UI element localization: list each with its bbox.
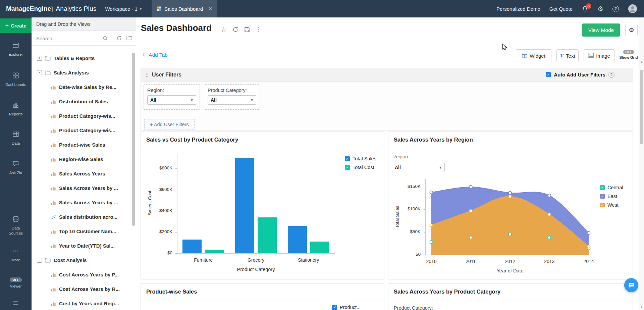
legend-label: Central	[607, 185, 623, 190]
rail-item-reports[interactable]: Reports	[0, 101, 32, 117]
legend-item-west[interactable]: ✓West	[600, 202, 623, 208]
folder-view-icon[interactable]	[126, 36, 132, 40]
collapse-icon[interactable]: -	[37, 70, 42, 75]
tree-report-sales-across-years-by[interactable]: Sales Across Years by ...	[32, 195, 136, 210]
more-options-icon[interactable]: ⋮	[256, 26, 261, 33]
legend-checkbox-total-sales[interactable]: ✓	[345, 156, 350, 161]
search-input[interactable]	[36, 34, 100, 43]
show-grid-state[interactable]: OFF	[623, 50, 634, 54]
tab-label: Sales Dashboard	[164, 6, 203, 12]
legend-checkbox-central[interactable]: ✓	[600, 185, 605, 190]
add-user-filters-button[interactable]: + Add User Filters	[144, 119, 195, 130]
user-filters-help-button[interactable]: ?	[608, 72, 614, 78]
tree-report-distribution-of-sales[interactable]: Distribution of Sales	[32, 94, 136, 109]
auto-add-user-filters-checkbox[interactable]: ✓	[546, 72, 551, 77]
y-tick-label: $0	[400, 252, 421, 257]
refresh-views-icon[interactable]	[116, 36, 122, 41]
workspace-selector[interactable]: Workspace - 1 ▾	[105, 6, 141, 12]
legend-item-east[interactable]: ✓East	[600, 194, 623, 199]
tree-item-label: Product Category-wis...	[59, 127, 115, 133]
create-button[interactable]: + Create	[0, 18, 32, 33]
tree-report-cost-across-years-by-p[interactable]: Cost Across Years by P...	[32, 267, 136, 282]
views-scrollbar-thumb[interactable]	[132, 53, 135, 226]
collapse-menu-button[interactable]	[0, 299, 32, 308]
product-category-filter-select[interactable]: All	[208, 95, 256, 105]
tick-mark	[175, 253, 177, 254]
legend-label: East	[607, 194, 617, 199]
legend-item-total-cost[interactable]: ✓Total Cost	[345, 165, 376, 170]
chart-card-sales-vs-cost: Sales vs Cost by Product Category $0$200…	[141, 132, 384, 279]
main-scrollbar[interactable]: ▲ ▼	[639, 17, 644, 310]
scroll-down-icon[interactable]: ▼	[640, 306, 643, 309]
tree-report-top-10-customer-nam[interactable]: Top 10 Customer Nam...	[32, 224, 136, 239]
tree-report-product-category-wis[interactable]: Product Category-wis...	[32, 123, 136, 138]
expand-icon[interactable]: +	[37, 56, 42, 61]
tree-folder-sales-analysis[interactable]: -Sales Analysis	[32, 65, 136, 80]
rail-item-more[interactable]: More	[0, 247, 32, 263]
text-button[interactable]: T Text	[556, 49, 579, 62]
rail-item-dashboards[interactable]: Dashboards	[0, 72, 32, 87]
tree-report-region-wise-sales[interactable]: Region-wise Sales	[32, 152, 136, 166]
tree-report-date-wise-sales-by-re[interactable]: Date-wise Sales by Re...	[32, 80, 136, 94]
tree-item-label: Sales Analysis	[54, 70, 89, 75]
tree-report-year-to-date-ytd-sal[interactable]: Year to Date(YTD) Sal...	[32, 239, 136, 253]
image-button[interactable]: Image	[584, 49, 614, 62]
tree-report-cost-across-years-by-r[interactable]: Cost Across Years by R...	[32, 282, 136, 296]
get-quote-link[interactable]: Get Quote	[549, 6, 573, 12]
avatar[interactable]	[628, 4, 637, 13]
tree-report-product-category-wis[interactable]: Product Category-wis...	[32, 109, 136, 123]
favorite-star-icon[interactable]: ☆	[221, 25, 227, 34]
rail-item-data-sources[interactable]: Data Sources	[0, 215, 32, 236]
show-grid-toggle[interactable]: OFF Show Grid	[618, 50, 639, 59]
tick-mark	[424, 255, 425, 255]
tree-item-label: Tables & Reports	[54, 55, 95, 61]
menu-list-icon	[12, 299, 19, 308]
rail-item-ask-zia[interactable]: Ask Zia	[0, 160, 32, 175]
rail-item-explorer[interactable]: Explorer	[0, 42, 32, 57]
tree-report-sales-across-years[interactable]: Sales Across Years	[32, 166, 136, 181]
legend-checkbox-east[interactable]: ✓	[600, 194, 605, 199]
collapse-icon[interactable]: -	[37, 258, 42, 263]
tree-folder-cost-analysis[interactable]: -Cost Analysis	[32, 253, 136, 267]
drag-handle-icon[interactable]	[146, 72, 149, 77]
y-axis-title: Total Sales	[395, 206, 400, 228]
region-filter-select[interactable]: All	[147, 95, 196, 105]
search-icon[interactable]	[103, 36, 108, 41]
view-mode-button[interactable]: View Mode	[582, 23, 620, 37]
settings-button[interactable]: ⚙	[597, 5, 603, 12]
viewer-off-toggle[interactable]: OFF	[10, 277, 21, 282]
user-avatar-icon	[628, 4, 637, 13]
rail-item-viewer[interactable]: OFFViewer	[0, 277, 32, 289]
rail-item-data[interactable]: Data	[0, 131, 32, 146]
tree-report-sales-across-years-by[interactable]: Sales Across Years by ...	[32, 181, 136, 195]
save-icon[interactable]	[244, 27, 250, 33]
refresh-dashboard-icon[interactable]	[232, 27, 238, 33]
dashboard-settings-button[interactable]: ⚙	[625, 24, 638, 36]
main-scrollbar-thumb[interactable]	[640, 70, 643, 144]
tree-report-sales-distribution-acro[interactable]: Sales distribution acro...	[32, 210, 136, 224]
legend-item-central[interactable]: ✓Central	[600, 185, 623, 190]
personalized-demo-link[interactable]: Personalized Demo	[496, 6, 540, 12]
bar-chart-icon	[51, 171, 56, 176]
add-tab-button[interactable]: + Add Tab	[142, 52, 168, 58]
close-icon[interactable]: ×	[209, 5, 212, 12]
scroll-up-icon[interactable]: ▲	[640, 60, 643, 63]
legend-checkbox[interactable]: ✓	[332, 305, 337, 310]
tab-sales-dashboard[interactable]: Sales Dashboard ×	[152, 0, 217, 17]
legend-checkbox-west[interactable]: ✓	[600, 203, 605, 207]
notifications-button[interactable]: 5	[582, 5, 588, 12]
tree-folder-tables-reports[interactable]: +Tables & Reports	[32, 51, 136, 65]
plus-icon: +	[142, 52, 146, 58]
chat-support-button[interactable]	[624, 278, 638, 292]
reports-icon	[12, 101, 19, 110]
legend-item-total-sales[interactable]: ✓Total Sales	[345, 156, 376, 161]
legend-checkbox-total-cost[interactable]: ✓	[345, 165, 350, 170]
chart-region-filter-select[interactable]: All	[392, 163, 445, 172]
tree-report-cost-by-years-and-regi[interactable]: Cost by Years and Regi...	[32, 296, 136, 310]
widget-button[interactable]: Widget	[516, 49, 551, 62]
brand-logo[interactable]: ManageEngine ) Analytics Plus	[6, 5, 96, 12]
legend-item[interactable]: ✓ Product...	[332, 305, 361, 310]
bar-total-sales-grocery	[235, 158, 254, 253]
help-button[interactable]: ?	[612, 6, 619, 12]
tree-report-product-wise-sales[interactable]: Product-wise Sales	[32, 138, 136, 152]
